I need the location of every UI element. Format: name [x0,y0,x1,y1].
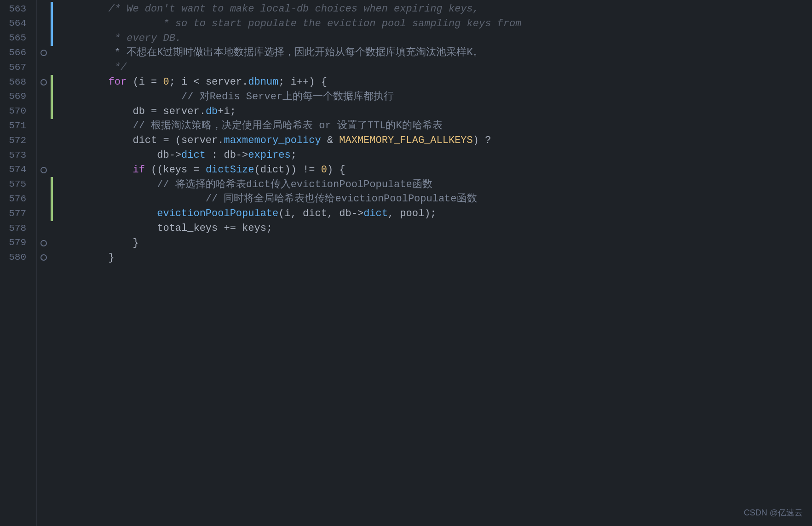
code-text-567: */ [60,60,127,75]
brace-580: } [60,251,115,265]
gutter-569 [37,90,51,104]
blue-bar-564 [51,2,53,46]
green-bar-569 [51,75,53,119]
ln-575: 575 [5,177,32,192]
server-570: server. [163,104,205,119]
semi-570: ; [230,104,236,119]
punct-568a: ( [127,75,138,90]
dict-577: dict [363,206,388,221]
ln-569: 569 [5,90,32,104]
expires-573: expires [248,148,290,163]
dict-572: dict [60,133,163,148]
eq-568: = [151,75,163,90]
code-line-575: // 将选择的哈希表dict传入evictionPoolPopulate函数 [60,177,812,192]
ipp: i++ [291,75,309,90]
plus-i: +i [218,104,230,119]
code-container: 563 564 565 566 567 568 569 570 571 572 … [0,0,812,526]
eq-570: = [151,104,163,119]
ln-563: 563 [5,2,32,17]
code-line-574: if (( keys = dictSize ( dict )) != 0 ) { [60,163,812,177]
paren-574c: )) != [285,163,321,177]
code-line-567: */ [60,60,812,75]
code-text-576: // 同时将全局哈希表也传给evictionPoolPopulate函数 [109,192,477,206]
code-line-569: // 对Redis Server上的每一个数据库都执行 [60,90,812,104]
ln-564: 564 [5,17,32,31]
dict-574: dict [260,163,285,177]
ln-576: 576 [5,192,32,206]
colon-573: : db-> [206,148,248,163]
code-line-573: db-> dict : db-> expires ; [60,148,812,163]
ln-571: 571 [5,119,32,133]
semi-573: ; [291,148,297,163]
zero-574: 0 [321,163,327,177]
semi2: ; [278,75,290,90]
gutter-568 [37,75,51,90]
ln-580: 580 [5,251,32,265]
code-text-563: /* We don't want to make local-db choice… [60,2,479,17]
code-line-572: dict = ( server. maxmemory_policy & MAXM… [60,133,812,148]
comma-577: , pool [388,206,424,221]
pluseq-578: += [224,221,242,236]
ln-566: 566 [5,46,32,60]
brace-568: ) { [309,75,327,90]
gutter-573 [37,148,51,163]
breakpoint-568[interactable] [40,79,47,86]
qmark-572: ) ? [473,133,491,148]
code-lines: /* We don't want to make local-db choice… [51,0,812,526]
ln-567: 567 [5,60,32,75]
paren-574a: (( [145,163,163,177]
gutter-572 [37,133,51,148]
breakpoint-580[interactable] [40,254,47,261]
gutter-570 [37,104,51,119]
code-line-579: } [60,236,812,251]
code-line-564: * so to start populate the eviction pool… [60,17,812,31]
maxmemory-flag: MAXMEMORY_FLAG_ALLKEYS [339,133,472,148]
gutter [37,0,51,526]
code-text-569: // 对Redis Server上的每一个数据库都执行 [109,90,394,104]
gutter-574 [37,163,51,177]
db-570: db [60,104,151,119]
gutter-576 [37,192,51,206]
gutter-564 [37,17,51,31]
server-568: server. [206,75,248,90]
eviction-call: evictionPoolPopulate [60,206,278,221]
code-line-576: // 同时将全局哈希表也传给evictionPoolPopulate函数 [60,192,812,206]
dict-573: dict [181,148,206,163]
code-text-565: * every DB. [60,31,181,46]
ln-574: 574 [5,163,32,177]
brace-574: ) { [327,163,346,177]
var-i-568: i [139,75,151,90]
semi1: ; i [169,75,194,90]
db-prop: db [206,104,218,119]
gutter-565 [37,31,51,46]
breakpoint-566[interactable] [40,50,47,56]
brace-579: } [60,236,139,251]
code-line-577: evictionPoolPopulate ( i, dict, db-> dic… [60,206,812,221]
amp-572: & [321,133,340,148]
code-line-571: // 根据淘汰策略，决定使用全局哈希表 or 设置了TTL的K的哈希表 [60,119,812,133]
green-bar-576 [51,177,53,221]
ln-572: 572 [5,133,32,148]
paren-574b: ( [254,163,260,177]
code-text-564: * so to start populate the eviction pool… [109,17,522,31]
gutter-567 [37,60,51,75]
i-577: i, dict, db-> [284,206,363,221]
code-line-570: db = server. db +i ; [60,104,812,119]
ln-579: 579 [5,236,32,251]
breakpoint-574[interactable] [40,167,47,173]
code-line-565: * every DB. [60,31,812,46]
semi-578: ; [266,221,272,236]
gutter-579 [37,236,51,251]
ln-573: 573 [5,148,32,163]
breakpoint-579[interactable] [40,240,47,246]
code-text-575: // 将选择的哈希表dict传入evictionPoolPopulate函数 [60,177,432,192]
ln-578: 578 [5,221,32,236]
gutter-577 [37,206,51,221]
ln-565: 565 [5,31,32,46]
paren-577a: ( [278,206,284,221]
ln-568: 568 [5,75,32,90]
gutter-563 [37,2,51,17]
code-text-566: * 不想在K过期时做出本地数据库选择，因此开始从每个数据库填充淘汰池采样K。 [60,46,483,60]
gutter-575 [37,177,51,192]
code-text-571: // 根据淘汰策略，决定使用全局哈希表 or 设置了TTL的K的哈希表 [60,119,443,133]
